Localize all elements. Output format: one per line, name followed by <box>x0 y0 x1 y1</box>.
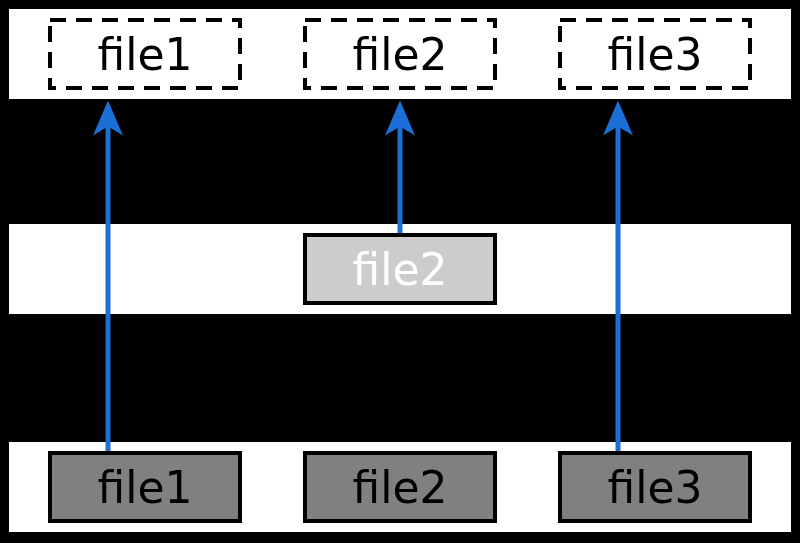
target-label-file3: file3 <box>607 29 702 80</box>
source-box-file2: file2 <box>305 453 495 521</box>
staged-label-file2: file2 <box>352 244 447 295</box>
source-label-file2: file2 <box>352 462 447 513</box>
target-label-file1: file1 <box>97 29 192 80</box>
source-label-file3: file3 <box>607 462 702 513</box>
target-label-file2: file2 <box>352 29 447 80</box>
diagram-canvas: file1 file2 file3 file2 file1 file2 file… <box>0 0 800 543</box>
source-box-file1: file1 <box>50 453 240 521</box>
staged-box-file2: file2 <box>305 235 495 303</box>
source-box-file3: file3 <box>560 453 750 521</box>
source-label-file1: file1 <box>97 462 192 513</box>
